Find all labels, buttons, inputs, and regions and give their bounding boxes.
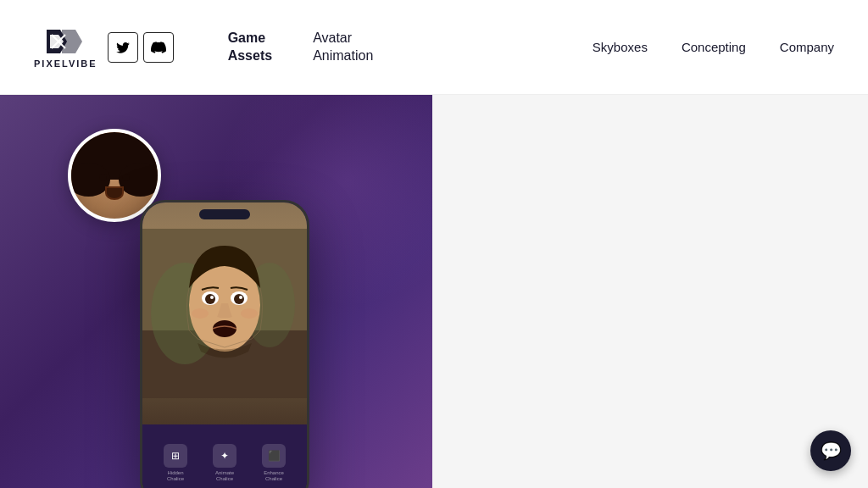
twitter-button[interactable] xyxy=(108,32,138,63)
control-label-2: Animate Chalice xyxy=(215,470,234,482)
hero-panel: ⊞ Hidden Chalice ✦ Animate Chalice ⬛ Enh… xyxy=(0,95,432,488)
discord-button[interactable] xyxy=(143,32,174,63)
svg-point-13 xyxy=(213,320,236,337)
control-label-1: Hidden Chalice xyxy=(167,470,184,482)
svg-point-10 xyxy=(234,294,244,304)
nav-item-game-assets[interactable]: Game Assets xyxy=(208,30,292,65)
svg-point-9 xyxy=(205,294,215,304)
nav-company[interactable]: Company xyxy=(780,40,834,54)
mona-lisa-display xyxy=(142,202,307,424)
control-btn-1[interactable]: ⊞ Hidden Chalice xyxy=(164,444,187,482)
avatar-eye-right xyxy=(122,174,130,181)
avatar-hair xyxy=(71,132,158,180)
logo-area: PIXELVIBE xyxy=(34,26,174,69)
avatar-eyes xyxy=(99,174,130,181)
phone-screen: ⊞ Hidden Chalice ✦ Animate Chalice ⬛ Enh… xyxy=(142,202,307,488)
nav-right: Skyboxes Concepting Company xyxy=(593,40,834,54)
discord-icon xyxy=(151,40,166,55)
avatar-mouth xyxy=(105,186,124,200)
avatar-eye-left xyxy=(99,174,107,181)
nav-item-avatar-animation[interactable]: Avatar Animation xyxy=(292,30,393,65)
phone-controls: ⊞ Hidden Chalice ✦ Animate Chalice ⬛ Enh… xyxy=(142,424,307,488)
control-icon-2: ✦ xyxy=(213,444,236,468)
control-icon-3: ⬛ xyxy=(262,444,286,468)
svg-point-14 xyxy=(192,308,209,319)
phone-frame: ⊞ Hidden Chalice ✦ Animate Chalice ⬛ Enh… xyxy=(140,200,309,488)
logo[interactable]: PIXELVIBE xyxy=(34,26,97,69)
control-icon-1: ⊞ xyxy=(164,444,187,468)
social-icons xyxy=(108,32,174,63)
brand-name: PIXELVIBE xyxy=(34,58,97,69)
nav-skyboxes[interactable]: Skyboxes xyxy=(593,40,648,54)
chat-icon: 💬 xyxy=(821,441,842,461)
mona-lisa-svg xyxy=(142,202,307,424)
svg-point-15 xyxy=(241,308,258,319)
svg-point-11 xyxy=(210,296,214,299)
navbar: PIXELVIBE Game Assets Avatar Animation S… xyxy=(0,0,868,95)
nav-concepting[interactable]: Concepting xyxy=(682,40,746,54)
main-content: ⊞ Hidden Chalice ✦ Animate Chalice ⬛ Enh… xyxy=(0,95,868,488)
nav-links: Game Assets Avatar Animation xyxy=(208,30,593,65)
svg-point-12 xyxy=(239,296,242,299)
twitter-icon xyxy=(115,40,131,55)
phone-mockup: ⊞ Hidden Chalice ✦ Animate Chalice ⬛ Enh… xyxy=(140,200,309,488)
control-label-3: Enhance Chalice xyxy=(264,470,284,482)
control-btn-3[interactable]: ⬛ Enhance Chalice xyxy=(262,444,286,482)
chat-support-button[interactable]: 💬 xyxy=(810,430,851,471)
control-btn-2[interactable]: ✦ Animate Chalice xyxy=(213,444,236,482)
right-panel xyxy=(432,95,868,488)
phone-notch xyxy=(199,209,250,219)
logo-mark-icon xyxy=(43,26,87,57)
